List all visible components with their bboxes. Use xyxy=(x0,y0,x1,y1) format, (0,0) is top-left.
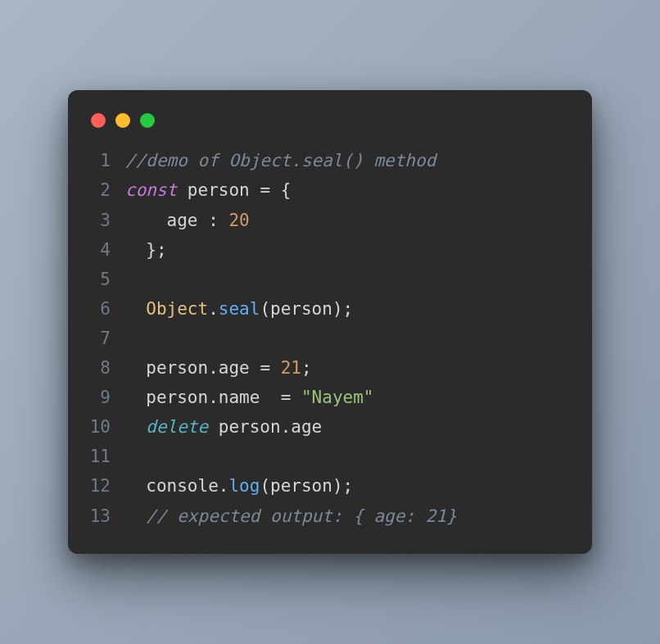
code-block: 1//demo of Object.seal() method2const pe… xyxy=(89,146,571,530)
line-content: age : 20 xyxy=(125,206,250,235)
line-content xyxy=(125,265,136,294)
line-number: 3 xyxy=(89,206,125,235)
line-content: console.log(person); xyxy=(125,471,353,501)
token: }; xyxy=(125,240,167,260)
line-content: Object.seal(person); xyxy=(125,294,353,324)
line-number: 9 xyxy=(89,383,125,412)
code-line: 9 person.name = "Nayem" xyxy=(89,383,571,412)
token: const xyxy=(125,180,177,200)
token: 20 xyxy=(228,211,249,230)
line-content: //demo of Object.seal() method xyxy=(125,146,436,175)
token: = xyxy=(260,358,280,378)
code-line: 6 Object.seal(person); xyxy=(89,294,571,324)
line-content: person.name = "Nayem" xyxy=(125,383,373,412)
line-number: 12 xyxy=(89,471,125,501)
line-content: person.age = 21; xyxy=(125,353,312,383)
line-content: delete person.age xyxy=(125,412,322,442)
token: . xyxy=(281,417,292,437)
code-line: 11 xyxy=(89,442,571,471)
close-icon[interactable] xyxy=(91,113,106,128)
token: // expected output: { age: 21} xyxy=(146,506,456,526)
code-line: 5 xyxy=(89,265,571,294)
code-line: 3 age : 20 xyxy=(89,206,571,235)
line-number: 8 xyxy=(89,353,125,383)
token: name xyxy=(219,388,281,407)
code-line: 13 // expected output: { age: 21} xyxy=(89,501,571,531)
token: . xyxy=(208,358,219,378)
token: //demo of Object.seal() method xyxy=(125,151,436,170)
token: . xyxy=(208,388,219,407)
token: seal xyxy=(219,299,260,319)
token xyxy=(125,299,146,319)
token: person xyxy=(177,180,260,200)
line-number: 5 xyxy=(89,265,125,294)
token: = { xyxy=(260,180,291,200)
line-number: 11 xyxy=(89,442,125,471)
token: ; xyxy=(301,358,312,378)
token: . xyxy=(219,476,229,496)
token: Object xyxy=(146,299,208,319)
maximize-icon[interactable] xyxy=(140,113,155,128)
minimize-icon[interactable] xyxy=(115,113,130,128)
token: "Nayem" xyxy=(301,388,374,407)
token xyxy=(125,506,146,526)
token: = xyxy=(281,388,301,407)
line-content: const person = { xyxy=(125,175,291,205)
code-line: 12 console.log(person); xyxy=(89,471,571,501)
token: . xyxy=(208,299,219,319)
line-number: 6 xyxy=(89,294,125,324)
code-line: 7 xyxy=(89,324,571,353)
line-content: }; xyxy=(125,235,167,265)
token: : xyxy=(208,211,228,230)
code-line: 4 }; xyxy=(89,235,571,265)
line-content xyxy=(125,324,136,353)
token: log xyxy=(228,476,260,496)
token: 21 xyxy=(281,358,301,378)
token: delete xyxy=(146,417,208,437)
token xyxy=(125,417,146,437)
code-line: 10 delete person.age xyxy=(89,412,571,442)
token: person xyxy=(208,417,281,437)
token: age xyxy=(219,358,260,378)
code-line: 1//demo of Object.seal() method xyxy=(89,146,571,175)
code-line: 8 person.age = 21; xyxy=(89,353,571,383)
line-number: 2 xyxy=(89,175,125,205)
line-content: // expected output: { age: 21} xyxy=(125,501,457,531)
token: age xyxy=(125,211,208,230)
window-titlebar xyxy=(89,110,571,146)
editor-window: 1//demo of Object.seal() method2const pe… xyxy=(68,90,592,553)
token: (person); xyxy=(260,476,353,496)
line-number: 10 xyxy=(89,412,125,442)
line-number: 1 xyxy=(89,146,125,175)
token: age xyxy=(291,417,322,437)
line-content xyxy=(125,442,136,471)
token: person xyxy=(125,388,208,407)
token: console xyxy=(125,476,219,496)
line-number: 13 xyxy=(89,501,125,531)
token: person xyxy=(125,358,208,378)
code-line: 2const person = { xyxy=(89,175,571,205)
line-number: 7 xyxy=(89,324,125,353)
line-number: 4 xyxy=(89,235,125,265)
token: (person); xyxy=(260,299,353,319)
